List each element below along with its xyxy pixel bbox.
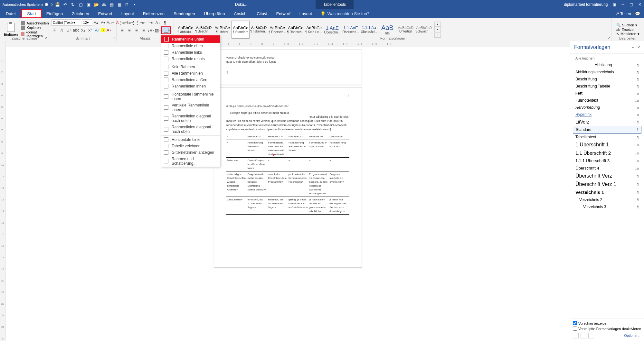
style-row[interactable]: 1.1.1 Überschrift 3⟂a bbox=[573, 157, 641, 164]
outdent-button[interactable]: ⇤ bbox=[140, 19, 147, 26]
paste-button[interactable]: Einfügen bbox=[3, 22, 19, 37]
qat-more-icon[interactable]: ▾ bbox=[132, 2, 137, 7]
clear-all-styles[interactable]: Alle löschen bbox=[573, 55, 641, 61]
qat-icon[interactable]: ▣ bbox=[86, 2, 91, 7]
shading-button[interactable]: ▨ bbox=[155, 27, 161, 33]
launcher-icon[interactable]: ⤢ bbox=[608, 36, 610, 40]
save-icon[interactable]: 💾 bbox=[55, 2, 60, 7]
style-row[interactable]: Überschrift 4⟂a bbox=[573, 164, 641, 172]
borders-menu-item[interactable]: Rahmenlinien außen bbox=[161, 77, 220, 83]
tab-ueberpruefen[interactable]: Überprüfen bbox=[200, 9, 230, 18]
bold-button[interactable]: F bbox=[52, 27, 58, 33]
borders-menu-item[interactable]: Horizontale Rahmenlinie innen bbox=[161, 91, 220, 102]
borders-menu-item[interactable]: Rahmenlinie unten bbox=[161, 35, 220, 43]
linked-checkbox[interactable]: Verknüpfte Formatvorlagen deaktivieren bbox=[573, 327, 641, 331]
style-row[interactable]: Hervorhebunga bbox=[573, 104, 641, 111]
highlight-button[interactable] bbox=[101, 28, 105, 32]
options-link[interactable]: Optionen... bbox=[624, 334, 641, 337]
style-row[interactable]: 1 Überschrift 1⟂a bbox=[573, 141, 641, 149]
qat-icon[interactable]: ▤ bbox=[109, 2, 114, 7]
borders-menu-item[interactable]: Rahmenlinie rechts bbox=[161, 56, 220, 62]
table-icon[interactable]: ▦ bbox=[117, 2, 122, 7]
borders-menu-item[interactable]: Rahmenlinie links bbox=[161, 49, 220, 56]
document-table[interactable]: ¤Methode-1¤Methode-2-¤Methode-3-¤Methode… bbox=[226, 134, 349, 215]
share-button[interactable]: ↗ Teilen bbox=[616, 11, 631, 16]
style-row[interactable]: Standard¶ bbox=[573, 126, 641, 134]
qat-icon[interactable]: ▢ bbox=[78, 2, 83, 7]
change-case-button[interactable]: Aa bbox=[107, 19, 113, 26]
cut-button[interactable]: Ausschneiden bbox=[21, 21, 49, 25]
style-row[interactable]: Überschrift Verz¶ bbox=[573, 172, 641, 180]
align-right-button[interactable]: ≡ bbox=[133, 27, 140, 33]
tell-me[interactable]: 💡 Was möchten Sie tun? bbox=[320, 11, 369, 16]
grow-font-button[interactable]: A▴ bbox=[93, 19, 99, 26]
line-spacing-button[interactable]: ↕≡ bbox=[147, 27, 154, 33]
pane-close-icon[interactable]: ✕ bbox=[637, 45, 640, 50]
style-row[interactable]: Verzeichnis 2¶ bbox=[573, 196, 641, 203]
borders-menu-item[interactable]: Gitternetzlinien anzeigen bbox=[161, 149, 220, 156]
show-marks-button[interactable]: ¶ bbox=[162, 19, 168, 26]
borders-menu-item[interactable]: Rahmenlinien diagonal nach unten bbox=[161, 113, 220, 124]
launcher-icon[interactable]: ⤢ bbox=[45, 36, 47, 40]
borders-menu-item[interactable]: Kein Rahmen bbox=[161, 64, 220, 70]
new-style-button[interactable] bbox=[573, 333, 579, 338]
manage-styles-button[interactable] bbox=[588, 333, 594, 338]
style-row[interactable]: LitVerz¶ bbox=[573, 118, 641, 126]
subscript-button[interactable]: x₂ bbox=[80, 27, 86, 33]
find-button[interactable]: 🔍Suchen ▾ bbox=[616, 23, 639, 27]
style-row[interactable]: Überschrift Verz 1¶ bbox=[573, 180, 641, 189]
copy-button[interactable]: Kopieren bbox=[21, 26, 49, 30]
sort-button[interactable]: A↓ bbox=[155, 19, 161, 26]
style-row[interactable]: Beschriftung¶ bbox=[573, 76, 641, 83]
style-row[interactable]: Beschriftung Tabelle¶ bbox=[573, 83, 641, 90]
style-row[interactable]: Abbildungsverzeichnis¶ bbox=[573, 69, 641, 76]
open-icon[interactable]: 📂 bbox=[94, 2, 99, 7]
superscript-button[interactable]: x² bbox=[87, 27, 93, 33]
shrink-font-button[interactable]: A▾ bbox=[100, 19, 106, 26]
styles-scroll-down[interactable]: ▾ bbox=[434, 27, 441, 32]
borders-menu-item[interactable]: Alle Rahmenlinien bbox=[161, 70, 220, 77]
select-button[interactable]: ↖Markieren ▾ bbox=[616, 32, 639, 36]
underline-button[interactable]: U bbox=[66, 27, 72, 33]
style-row[interactable]: Verzeichnis 1¶ bbox=[573, 189, 641, 196]
minimize-icon[interactable]: ─ bbox=[621, 2, 624, 7]
tab-ansicht[interactable]: Ansicht bbox=[230, 9, 252, 18]
autosave-toggle[interactable]: Automatisches Speichern bbox=[3, 3, 52, 6]
tab-table-layout[interactable]: Layout bbox=[295, 9, 317, 18]
close-icon[interactable]: ✕ bbox=[638, 2, 641, 7]
borders-menu-item[interactable]: Rahmen und Schattierung... bbox=[161, 156, 220, 167]
font-color-button[interactable]: A bbox=[106, 27, 112, 33]
tab-start[interactable]: Start bbox=[21, 9, 42, 18]
tab-citavi[interactable]: Citavi bbox=[252, 9, 272, 18]
text-effects-button[interactable]: A bbox=[94, 27, 100, 33]
launcher-icon[interactable]: ⤢ bbox=[112, 36, 115, 40]
styles-scroll-up[interactable]: ▴ bbox=[434, 22, 441, 27]
italic-button[interactable]: K bbox=[59, 27, 65, 33]
borders-menu-item[interactable]: Vertikale Rahmenlinie innen bbox=[161, 102, 220, 113]
indent-button[interactable]: ⇥ bbox=[147, 19, 154, 26]
redo-icon[interactable]: ↻ bbox=[71, 2, 76, 7]
tab-table-entwurf[interactable]: Entwurf bbox=[272, 9, 295, 18]
borders-menu-item[interactable]: Tabelle zeichnen bbox=[161, 143, 220, 149]
borders-menu-item[interactable]: Rahmenlinien innen bbox=[161, 83, 220, 89]
bullets-button[interactable]: ⋮≡ bbox=[119, 19, 126, 26]
multilevel-button[interactable]: ⋮⋮ bbox=[133, 19, 140, 26]
font-size-select[interactable]: 12 ▾ bbox=[82, 19, 92, 26]
font-name-select[interactable]: Calibri (Textk ▾ bbox=[52, 19, 81, 26]
style-row[interactable]: Tabellentext¶ bbox=[573, 134, 641, 141]
style-row[interactable]: Fetta bbox=[573, 90, 641, 97]
maximize-icon[interactable]: ▢ bbox=[630, 2, 633, 7]
justify-button[interactable]: ≡ bbox=[140, 27, 147, 33]
borders-menu-item[interactable]: Horizontale Linie bbox=[161, 136, 220, 143]
borders-menu-item[interactable]: Rahmenlinie oben bbox=[161, 43, 220, 49]
tab-zeichnen[interactable]: Zeichnen bbox=[67, 9, 93, 18]
display-options-icon[interactable]: ▣ bbox=[613, 2, 616, 7]
inspector-button[interactable] bbox=[581, 333, 586, 338]
print-icon[interactable]: 🖶 bbox=[101, 2, 107, 7]
align-center-button[interactable]: ≡ bbox=[126, 27, 133, 33]
replace-button[interactable]: abErsetzen bbox=[616, 28, 639, 32]
align-left-button[interactable]: ≡ bbox=[119, 27, 126, 33]
borders-menu-item[interactable]: Rahmenlinien diagonal nach oben bbox=[161, 124, 220, 135]
style-row[interactable]: Verzeichnis 3¶ bbox=[573, 203, 641, 210]
comments-icon[interactable]: 💬 bbox=[635, 11, 640, 16]
